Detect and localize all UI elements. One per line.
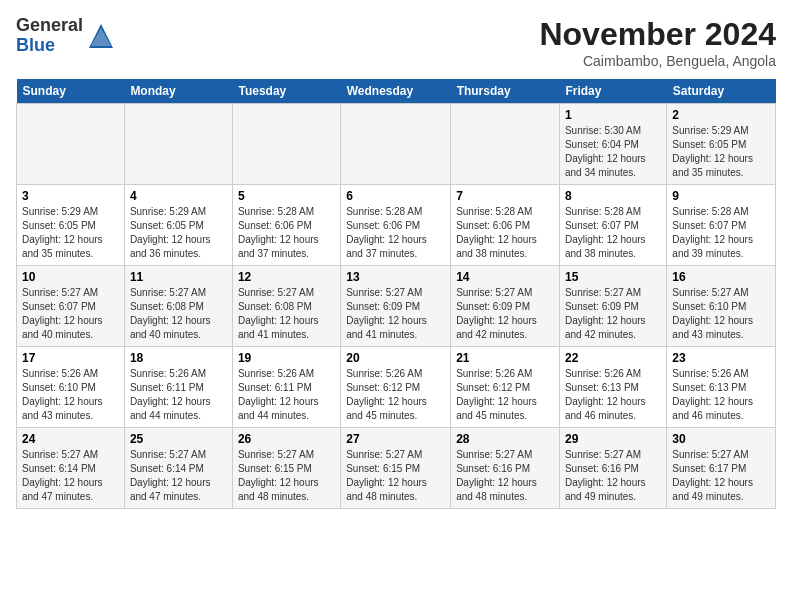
page: General Blue November 2024 Caimbambo, Be…	[0, 0, 792, 519]
calendar-cell	[341, 104, 451, 185]
day-info: Sunrise: 5:27 AM Sunset: 6:09 PM Dayligh…	[456, 286, 554, 342]
day-info: Sunrise: 5:27 AM Sunset: 6:07 PM Dayligh…	[22, 286, 119, 342]
day-info: Sunrise: 5:29 AM Sunset: 6:05 PM Dayligh…	[130, 205, 227, 261]
day-number: 27	[346, 432, 445, 446]
day-number: 28	[456, 432, 554, 446]
calendar-row-2: 10Sunrise: 5:27 AM Sunset: 6:07 PM Dayli…	[17, 266, 776, 347]
day-number: 6	[346, 189, 445, 203]
day-info: Sunrise: 5:28 AM Sunset: 6:06 PM Dayligh…	[238, 205, 335, 261]
calendar-cell: 14Sunrise: 5:27 AM Sunset: 6:09 PM Dayli…	[451, 266, 560, 347]
day-info: Sunrise: 5:27 AM Sunset: 6:14 PM Dayligh…	[130, 448, 227, 504]
day-info: Sunrise: 5:27 AM Sunset: 6:15 PM Dayligh…	[238, 448, 335, 504]
day-number: 30	[672, 432, 770, 446]
col-tuesday: Tuesday	[232, 79, 340, 104]
day-info: Sunrise: 5:27 AM Sunset: 6:08 PM Dayligh…	[238, 286, 335, 342]
logo-text: General Blue	[16, 16, 83, 56]
day-number: 13	[346, 270, 445, 284]
title-block: November 2024 Caimbambo, Benguela, Angol…	[539, 16, 776, 69]
calendar-cell: 27Sunrise: 5:27 AM Sunset: 6:15 PM Dayli…	[341, 428, 451, 509]
col-monday: Monday	[124, 79, 232, 104]
calendar-cell: 3Sunrise: 5:29 AM Sunset: 6:05 PM Daylig…	[17, 185, 125, 266]
day-info: Sunrise: 5:27 AM Sunset: 6:14 PM Dayligh…	[22, 448, 119, 504]
calendar-cell: 28Sunrise: 5:27 AM Sunset: 6:16 PM Dayli…	[451, 428, 560, 509]
day-info: Sunrise: 5:26 AM Sunset: 6:11 PM Dayligh…	[130, 367, 227, 423]
calendar-cell: 13Sunrise: 5:27 AM Sunset: 6:09 PM Dayli…	[341, 266, 451, 347]
logo-icon	[87, 22, 115, 50]
calendar-row-1: 3Sunrise: 5:29 AM Sunset: 6:05 PM Daylig…	[17, 185, 776, 266]
day-number: 22	[565, 351, 661, 365]
day-number: 8	[565, 189, 661, 203]
calendar-row-3: 17Sunrise: 5:26 AM Sunset: 6:10 PM Dayli…	[17, 347, 776, 428]
calendar-cell: 29Sunrise: 5:27 AM Sunset: 6:16 PM Dayli…	[559, 428, 666, 509]
day-number: 16	[672, 270, 770, 284]
calendar-cell	[232, 104, 340, 185]
day-number: 15	[565, 270, 661, 284]
logo-blue: Blue	[16, 36, 83, 56]
day-number: 4	[130, 189, 227, 203]
day-info: Sunrise: 5:26 AM Sunset: 6:13 PM Dayligh…	[672, 367, 770, 423]
calendar-cell: 10Sunrise: 5:27 AM Sunset: 6:07 PM Dayli…	[17, 266, 125, 347]
header-row: Sunday Monday Tuesday Wednesday Thursday…	[17, 79, 776, 104]
day-number: 5	[238, 189, 335, 203]
calendar-cell: 24Sunrise: 5:27 AM Sunset: 6:14 PM Dayli…	[17, 428, 125, 509]
day-info: Sunrise: 5:27 AM Sunset: 6:16 PM Dayligh…	[565, 448, 661, 504]
subtitle: Caimbambo, Benguela, Angola	[539, 53, 776, 69]
calendar-cell: 1Sunrise: 5:30 AM Sunset: 6:04 PM Daylig…	[559, 104, 666, 185]
svg-marker-1	[91, 28, 111, 46]
day-info: Sunrise: 5:28 AM Sunset: 6:07 PM Dayligh…	[672, 205, 770, 261]
day-info: Sunrise: 5:28 AM Sunset: 6:06 PM Dayligh…	[456, 205, 554, 261]
calendar-cell: 25Sunrise: 5:27 AM Sunset: 6:14 PM Dayli…	[124, 428, 232, 509]
day-info: Sunrise: 5:27 AM Sunset: 6:10 PM Dayligh…	[672, 286, 770, 342]
calendar-cell: 7Sunrise: 5:28 AM Sunset: 6:06 PM Daylig…	[451, 185, 560, 266]
col-saturday: Saturday	[667, 79, 776, 104]
day-number: 17	[22, 351, 119, 365]
day-info: Sunrise: 5:29 AM Sunset: 6:05 PM Dayligh…	[22, 205, 119, 261]
calendar-cell: 23Sunrise: 5:26 AM Sunset: 6:13 PM Dayli…	[667, 347, 776, 428]
day-info: Sunrise: 5:26 AM Sunset: 6:13 PM Dayligh…	[565, 367, 661, 423]
calendar-cell: 19Sunrise: 5:26 AM Sunset: 6:11 PM Dayli…	[232, 347, 340, 428]
day-number: 20	[346, 351, 445, 365]
day-info: Sunrise: 5:27 AM Sunset: 6:09 PM Dayligh…	[346, 286, 445, 342]
day-info: Sunrise: 5:26 AM Sunset: 6:11 PM Dayligh…	[238, 367, 335, 423]
day-number: 24	[22, 432, 119, 446]
day-info: Sunrise: 5:29 AM Sunset: 6:05 PM Dayligh…	[672, 124, 770, 180]
day-number: 10	[22, 270, 119, 284]
calendar-cell: 16Sunrise: 5:27 AM Sunset: 6:10 PM Dayli…	[667, 266, 776, 347]
day-info: Sunrise: 5:27 AM Sunset: 6:09 PM Dayligh…	[565, 286, 661, 342]
col-thursday: Thursday	[451, 79, 560, 104]
day-info: Sunrise: 5:30 AM Sunset: 6:04 PM Dayligh…	[565, 124, 661, 180]
calendar-cell: 2Sunrise: 5:29 AM Sunset: 6:05 PM Daylig…	[667, 104, 776, 185]
day-number: 26	[238, 432, 335, 446]
calendar-cell: 22Sunrise: 5:26 AM Sunset: 6:13 PM Dayli…	[559, 347, 666, 428]
calendar-row-0: 1Sunrise: 5:30 AM Sunset: 6:04 PM Daylig…	[17, 104, 776, 185]
col-wednesday: Wednesday	[341, 79, 451, 104]
day-number: 14	[456, 270, 554, 284]
calendar-cell: 17Sunrise: 5:26 AM Sunset: 6:10 PM Dayli…	[17, 347, 125, 428]
calendar-cell: 18Sunrise: 5:26 AM Sunset: 6:11 PM Dayli…	[124, 347, 232, 428]
day-number: 2	[672, 108, 770, 122]
day-number: 1	[565, 108, 661, 122]
col-friday: Friday	[559, 79, 666, 104]
day-number: 21	[456, 351, 554, 365]
header: General Blue November 2024 Caimbambo, Be…	[16, 16, 776, 69]
day-info: Sunrise: 5:27 AM Sunset: 6:17 PM Dayligh…	[672, 448, 770, 504]
calendar-table: Sunday Monday Tuesday Wednesday Thursday…	[16, 79, 776, 509]
calendar-cell: 21Sunrise: 5:26 AM Sunset: 6:12 PM Dayli…	[451, 347, 560, 428]
day-number: 23	[672, 351, 770, 365]
calendar-cell	[124, 104, 232, 185]
calendar-cell: 26Sunrise: 5:27 AM Sunset: 6:15 PM Dayli…	[232, 428, 340, 509]
day-info: Sunrise: 5:27 AM Sunset: 6:08 PM Dayligh…	[130, 286, 227, 342]
calendar-cell: 9Sunrise: 5:28 AM Sunset: 6:07 PM Daylig…	[667, 185, 776, 266]
calendar-cell: 30Sunrise: 5:27 AM Sunset: 6:17 PM Dayli…	[667, 428, 776, 509]
calendar-cell: 15Sunrise: 5:27 AM Sunset: 6:09 PM Dayli…	[559, 266, 666, 347]
day-number: 19	[238, 351, 335, 365]
day-info: Sunrise: 5:27 AM Sunset: 6:16 PM Dayligh…	[456, 448, 554, 504]
day-info: Sunrise: 5:26 AM Sunset: 6:12 PM Dayligh…	[456, 367, 554, 423]
calendar-cell: 20Sunrise: 5:26 AM Sunset: 6:12 PM Dayli…	[341, 347, 451, 428]
day-info: Sunrise: 5:27 AM Sunset: 6:15 PM Dayligh…	[346, 448, 445, 504]
day-number: 3	[22, 189, 119, 203]
calendar-cell: 6Sunrise: 5:28 AM Sunset: 6:06 PM Daylig…	[341, 185, 451, 266]
logo-general: General	[16, 16, 83, 36]
calendar-cell: 8Sunrise: 5:28 AM Sunset: 6:07 PM Daylig…	[559, 185, 666, 266]
calendar-row-4: 24Sunrise: 5:27 AM Sunset: 6:14 PM Dayli…	[17, 428, 776, 509]
